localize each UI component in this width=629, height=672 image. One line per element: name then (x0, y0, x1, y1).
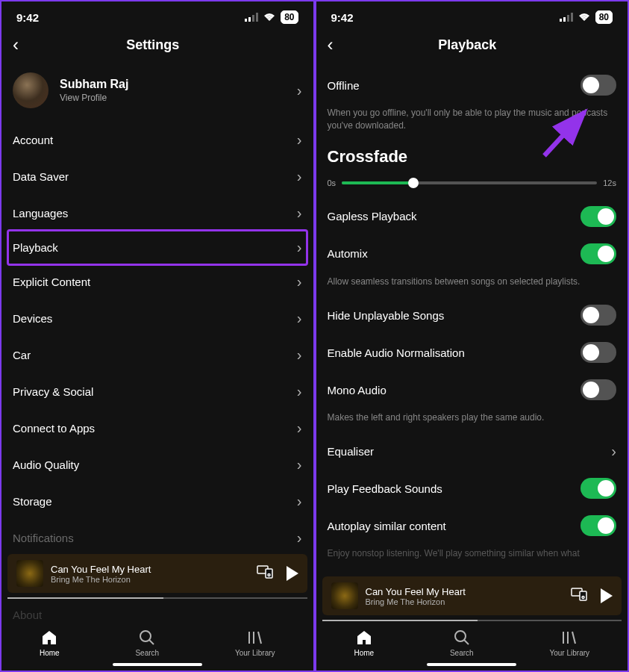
menu-item-car[interactable]: Car› (13, 337, 302, 373)
menu-item-explicit-content[interactable]: Explicit Content› (13, 264, 302, 300)
tab-bar: Home Search Your Library (316, 621, 628, 659)
help-text: Allow seamless transitions between songs… (328, 273, 617, 297)
search-icon (454, 629, 470, 647)
svg-point-7 (140, 631, 151, 641)
status-time: 9:42 (331, 11, 354, 24)
toggle-label: Play Feedback Sounds (328, 482, 442, 495)
automix-toggle[interactable] (581, 243, 616, 264)
connect-device-icon[interactable] (257, 565, 273, 582)
play-button[interactable] (601, 588, 613, 603)
equaliser-label: Equaliser (328, 445, 375, 458)
gapless-playback-toggle[interactable] (581, 206, 616, 227)
status-icons: 80 (560, 10, 613, 24)
wifi-icon (578, 13, 591, 22)
now-playing-bar[interactable]: Can You Feel My Heart Bring Me The Horiz… (7, 554, 307, 593)
play-button[interactable] (287, 566, 298, 581)
menu-item-account[interactable]: Account› (13, 122, 302, 158)
tab-search[interactable]: Search (135, 629, 159, 657)
now-playing-bar[interactable]: Can You Feel My Heart Bring Me The Horiz… (322, 576, 622, 615)
battery-icon: 80 (281, 10, 298, 24)
offline-toggle[interactable] (581, 75, 616, 96)
tab-bar: Home Search Your Library (1, 621, 313, 659)
svg-rect-3 (256, 13, 258, 22)
enable-audio-normalisation-toggle[interactable] (581, 342, 616, 363)
profile-name: Subham Raj (60, 78, 297, 91)
crossfade-slider-row: 0s 12s (328, 175, 617, 198)
menu-item-data-saver[interactable]: Data Saver› (13, 158, 302, 195)
menu-item-privacy-social[interactable]: Privacy & Social› (13, 373, 302, 410)
now-playing-title: Can You Feel My Heart (366, 586, 564, 597)
menu-item-about-partial: About (1, 599, 313, 621)
menu-item-languages[interactable]: Languages› (13, 195, 302, 231)
play-feedback-sounds-row: Play Feedback Sounds (328, 470, 617, 507)
toggle-label: Automix (328, 247, 368, 260)
menu-label: Notifications (13, 532, 74, 544)
tab-home[interactable]: Home (354, 629, 374, 657)
hide-unplayable-songs-toggle[interactable] (581, 305, 616, 326)
play-feedback-sounds-toggle[interactable] (581, 478, 616, 499)
toggle-label: Gapless Playback (328, 210, 417, 223)
menu-label: Account (13, 134, 53, 146)
equaliser-row[interactable]: Equaliser › (328, 433, 617, 470)
svg-rect-12 (560, 19, 562, 22)
tab-search[interactable]: Search (450, 629, 474, 657)
chevron-right-icon: › (297, 168, 302, 185)
enable-audio-normalisation-row: Enable Audio Normalisation (328, 334, 617, 371)
phone-left: 9:42 80 ‹ Settings Subham Raj View Profi… (1, 1, 313, 671)
slider-min-label: 0s (328, 178, 337, 187)
header: ‹ Playback (316, 28, 628, 66)
page-title: Settings (19, 37, 287, 53)
menu-label: Car (13, 349, 31, 361)
status-bar: 9:42 80 (316, 1, 628, 28)
menu-item-connect-to-apps[interactable]: Connect to Apps› (13, 410, 302, 447)
status-time: 9:42 (16, 11, 39, 24)
menu-item-devices[interactable]: Devices› (13, 300, 302, 337)
toggle-label: Enable Audio Normalisation (328, 346, 465, 359)
crossfade-slider[interactable] (342, 181, 597, 184)
help-text: Makes the left and right speakers play t… (328, 408, 617, 433)
menu-label: Devices (13, 312, 52, 325)
home-indicator[interactable] (427, 663, 516, 666)
menu-item-audio-quality[interactable]: Audio Quality› (13, 447, 302, 483)
chevron-right-icon: › (297, 239, 302, 256)
home-indicator[interactable] (113, 663, 202, 666)
menu-label: Data Saver (13, 170, 69, 183)
signal-icon (245, 13, 258, 22)
mono-audio-toggle[interactable] (581, 379, 616, 400)
svg-rect-14 (567, 15, 569, 22)
hide-unplayable-songs-row: Hide Unplayable Songs (328, 296, 617, 334)
battery-icon: 80 (595, 10, 613, 24)
page-title: Playback (334, 37, 602, 53)
back-button[interactable]: ‹ (13, 34, 19, 55)
toggle-label: Autoplay similar content (328, 520, 446, 532)
svg-rect-15 (571, 13, 573, 22)
autoplay-similar-content-toggle[interactable] (581, 515, 616, 536)
back-button[interactable]: ‹ (328, 34, 334, 55)
menu-label: Languages (13, 207, 68, 220)
svg-rect-13 (563, 17, 566, 22)
svg-point-21 (455, 631, 466, 641)
bottom-overlay: Can You Feel My Heart Bring Me The Horiz… (1, 554, 313, 671)
chevron-right-icon: › (297, 493, 302, 510)
menu-label: Privacy & Social (13, 385, 93, 398)
tab-library[interactable]: Your Library (235, 629, 275, 657)
library-icon (247, 629, 263, 647)
chevron-right-icon: › (297, 310, 302, 327)
menu-item-notifications[interactable]: Notifications› (13, 520, 302, 556)
profile-row[interactable]: Subham Raj View Profile › (13, 66, 302, 122)
menu-item-playback[interactable]: Playback› (7, 229, 308, 266)
menu-item-storage[interactable]: Storage› (13, 483, 302, 520)
toggle-label: Mono Audio (328, 384, 387, 396)
connect-device-icon[interactable] (571, 588, 587, 605)
offline-label: Offline (328, 79, 360, 92)
tab-home[interactable]: Home (40, 629, 60, 657)
tab-library[interactable]: Your Library (549, 629, 589, 657)
mono-audio-row: Mono Audio (328, 371, 617, 408)
chevron-right-icon: › (297, 273, 302, 290)
svg-rect-0 (245, 19, 247, 22)
playback-progress[interactable] (322, 620, 622, 621)
chevron-right-icon: › (297, 82, 302, 99)
svg-line-8 (149, 640, 154, 644)
album-art (331, 582, 358, 609)
chevron-right-icon: › (297, 456, 302, 473)
